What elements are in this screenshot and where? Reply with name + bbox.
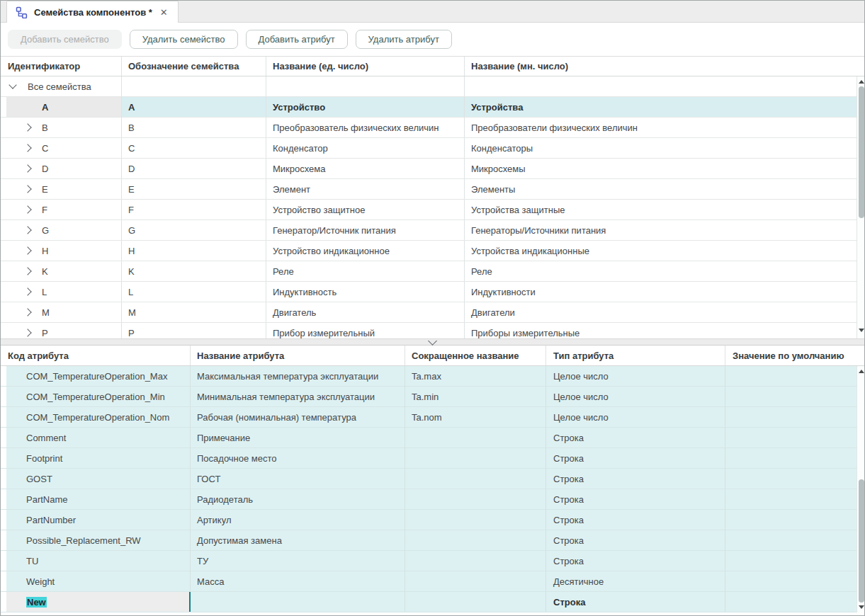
cell-name-singular: Устройство индикационное — [266, 241, 465, 261]
chevron-right-icon[interactable] — [23, 205, 31, 213]
cell-name-plural — [465, 76, 856, 96]
family-row[interactable]: AAУстройствоУстройства — [1, 97, 856, 118]
delete-family-button[interactable]: Удалить семейство — [130, 30, 238, 49]
attribute-row[interactable]: WeightМассаДесятичное — [1, 571, 856, 592]
attribute-row[interactable]: PartNameРадиодетальСтрока — [1, 489, 856, 510]
cell-name-plural: Конденсаторы — [465, 138, 856, 158]
column-header-name-singular: Название (ед. число) — [266, 57, 465, 76]
cell-attr-code: Weight — [6, 571, 191, 591]
row-gutter — [1, 428, 6, 447]
column-header-name-plural: Название (мн. число) — [465, 57, 864, 76]
cell-attr-short: Ta.max — [405, 366, 546, 386]
column-header-attr-type: Тип атрибута — [546, 346, 725, 365]
cell-identifier: D — [6, 159, 122, 178]
scrollbar-thumb[interactable] — [859, 479, 864, 603]
chevron-down-icon[interactable] — [428, 336, 437, 346]
column-header-attr-code: Код атрибута — [1, 346, 191, 365]
cell-identifier: H — [6, 241, 122, 261]
tree-row-all-families[interactable]: Все семейства — [1, 76, 856, 97]
family-id-label: C — [42, 143, 48, 154]
cell-attr-type: Целое число — [546, 366, 725, 386]
cell-identifier: C — [6, 138, 122, 158]
cell-name-plural: Генераторы/Источники питания — [465, 220, 856, 240]
row-gutter — [1, 200, 6, 219]
cell-attr-short — [405, 428, 546, 447]
family-row[interactable]: EEЭлементЭлементы — [1, 179, 856, 200]
cell-attr-short — [405, 489, 546, 509]
cell-name-plural: Устройства — [465, 97, 856, 117]
chevron-right-icon[interactable] — [23, 329, 31, 336]
cell-attr-type: Целое число — [546, 407, 725, 427]
cell-identifier: B — [6, 118, 122, 137]
attribute-row[interactable]: TUТУСтрока — [1, 551, 856, 571]
close-icon[interactable]: ✕ — [159, 6, 169, 18]
cell-identifier: F — [6, 200, 122, 219]
chevron-right-icon[interactable] — [23, 226, 31, 234]
attribute-row[interactable]: NewСтрока — [1, 592, 856, 612]
cell-name-plural: Преобразователи физических величин — [465, 118, 856, 137]
family-row[interactable]: LLИндуктивностьИндуктивности — [1, 282, 856, 302]
family-row[interactable]: FFУстройство защитноеУстройства защитные — [1, 200, 856, 220]
cell-name-plural: Приборы измерительные — [465, 323, 856, 338]
cell-attr-name: ГОСТ — [191, 469, 405, 489]
attribute-row[interactable]: Possible_Replacement_RWДопустимая замена… — [1, 530, 856, 551]
scroll-up-icon[interactable] — [859, 80, 864, 84]
add-attribute-button[interactable]: Добавить атрибут — [246, 30, 348, 49]
cell-attr-default — [725, 387, 856, 406]
chevron-right-icon[interactable] — [23, 164, 31, 172]
cell-attr-name: Рабочая (номинальная) температура — [191, 407, 405, 427]
family-id-label: P — [42, 328, 48, 338]
family-row[interactable]: CCКонденсаторКонденсаторы — [1, 138, 856, 159]
scroll-down-icon[interactable] — [859, 605, 864, 609]
cell-attr-code: Comment — [6, 428, 191, 447]
chevron-right-icon[interactable] — [23, 185, 31, 193]
column-header-attr-default: Значение по умолчанию — [725, 346, 864, 365]
attribute-row[interactable]: COM_TemperatureOperation_NomРабочая (ном… — [1, 407, 856, 428]
chevron-right-icon[interactable] — [23, 246, 31, 254]
panel-splitter[interactable] — [1, 338, 864, 346]
delete-attribute-button[interactable]: Удалить атрибут — [356, 30, 452, 49]
cell-name-plural: Устройства защитные — [465, 200, 856, 219]
family-row[interactable]: PPПрибор измерительныйПриборы измеритель… — [1, 323, 856, 338]
cell-designation: L — [122, 282, 266, 302]
attribute-row[interactable]: GOSTГОСТСтрока — [1, 469, 856, 489]
chevron-right-icon[interactable] — [23, 144, 31, 152]
attributes-scrollbar[interactable] — [856, 366, 865, 612]
cell-designation: H — [122, 241, 266, 261]
add-family-button[interactable]: Добавить семейство — [8, 30, 122, 49]
attribute-row[interactable]: PartNumberАртикулСтрока — [1, 510, 856, 530]
cell-name-plural: Двигатели — [465, 302, 856, 322]
chevron-right-icon[interactable] — [23, 267, 31, 275]
tab-component-families[interactable]: Семейства компонентов * ✕ — [6, 1, 179, 23]
chevron-down-icon[interactable] — [9, 81, 16, 89]
attribute-code-editor[interactable]: New — [6, 592, 191, 612]
cell-attr-default — [725, 510, 856, 530]
row-gutter — [1, 469, 6, 489]
scroll-up-icon[interactable] — [859, 370, 864, 373]
chevron-right-icon[interactable] — [23, 123, 31, 131]
cell-attr-code: COM_TemperatureOperation_Nom — [6, 407, 191, 427]
cell-name-singular: Прибор измерительный — [266, 323, 465, 338]
family-id-label: B — [42, 122, 48, 133]
family-row[interactable]: GGГенератор/Источник питанияГенераторы/И… — [1, 220, 856, 241]
chevron-right-icon[interactable] — [23, 308, 31, 316]
family-row[interactable]: BBПреобразователь физических величинПрео… — [1, 118, 856, 138]
cell-name-singular: Конденсатор — [266, 138, 465, 158]
attribute-row[interactable]: CommentПримечаниеСтрока — [1, 428, 856, 448]
cell-name-singular: Микросхема — [266, 159, 465, 178]
row-gutter — [1, 407, 6, 427]
family-row[interactable]: MMДвигательДвигатели — [1, 302, 856, 323]
scroll-down-icon[interactable] — [859, 329, 864, 332]
families-scrollbar[interactable] — [856, 76, 865, 338]
cell-attr-code: Footprint — [6, 448, 191, 468]
row-gutter — [1, 551, 6, 571]
family-row[interactable]: KKРелеРеле — [1, 261, 856, 282]
family-row[interactable]: HHУстройство индикационноеУстройства инд… — [1, 241, 856, 261]
family-row[interactable]: DDМикросхемаМикросхемы — [1, 159, 856, 179]
chevron-right-icon[interactable] — [23, 287, 31, 295]
attribute-row[interactable]: FootprintПосадочное местоСтрока — [1, 448, 856, 469]
attribute-row[interactable]: COM_TemperatureOperation_MinМинимальная … — [1, 387, 856, 407]
toolbar: Добавить семейство Удалить семейство Доб… — [1, 23, 864, 56]
scrollbar-thumb[interactable] — [859, 86, 864, 218]
attribute-row[interactable]: COM_TemperatureOperation_MaxМаксимальная… — [1, 366, 856, 387]
